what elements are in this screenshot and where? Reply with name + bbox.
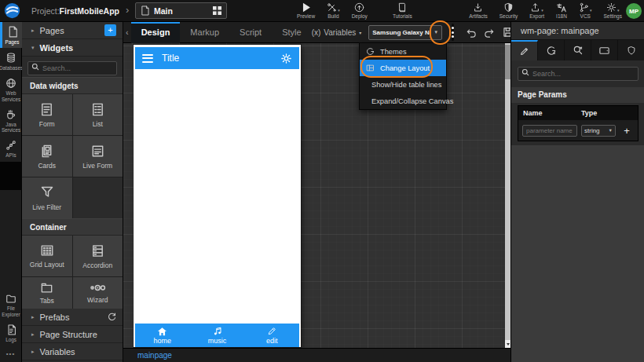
device-selector[interactable]: Samsung Galaxy Note III ▼ — [368, 25, 442, 40]
param-type-select[interactable]: string ▼ — [581, 125, 616, 137]
phone-preview[interactable]: Title home music edit — [134, 45, 301, 347]
editor-area: ‹ Design Markup Script Style (x) Variabl… — [123, 22, 510, 362]
page-params-header: Page Params — [511, 87, 644, 103]
param-row: string ▼ + — [518, 120, 638, 141]
caret-down-icon: ▾ — [541, 9, 543, 13]
widget-tile-cards[interactable]: Cards — [22, 136, 72, 177]
tab-events[interactable] — [565, 40, 591, 60]
artifacts-button[interactable]: Artifacts — [469, 2, 487, 19]
nav-item-home[interactable]: home — [135, 324, 190, 347]
tab-styles[interactable] — [538, 40, 565, 60]
column-type: Type — [580, 109, 619, 117]
select-caret-icon: ▼ — [609, 128, 613, 133]
tab-properties[interactable] — [511, 40, 538, 60]
data-widgets-header: Data widgets — [22, 77, 123, 94]
build-button[interactable]: ▾ Build — [327, 2, 340, 19]
palette-icon — [546, 46, 557, 56]
more-options-icon[interactable]: ••• — [0, 346, 21, 362]
pages-section-header[interactable]: ▸ Pages + — [22, 22, 123, 39]
widget-search — [22, 57, 123, 77]
param-name-input[interactable] — [522, 125, 577, 137]
nav-item-edit[interactable]: edit — [244, 324, 299, 347]
table-header-row: Name Type — [518, 106, 638, 120]
widget-tile-form[interactable]: Form — [22, 94, 72, 135]
widget-tile-wizard[interactable]: Wizard — [73, 277, 123, 309]
properties-tabs — [511, 40, 644, 60]
search-icon — [521, 68, 529, 76]
canvas-options-menu: Themes Change Layout Show/Hide table lin… — [359, 42, 447, 110]
menu-item-expand-canvas[interactable]: Expand/Collapse Canvas — [360, 93, 446, 109]
sidebar-item-databases[interactable]: Databases — [0, 48, 22, 74]
widget-tile-list[interactable]: List — [73, 94, 123, 135]
refresh-icon[interactable] — [108, 313, 116, 321]
canvas-options-kebab-button[interactable] — [452, 24, 454, 41]
change-layout-icon — [366, 64, 375, 72]
i18n-button[interactable]: I18N — [556, 2, 567, 19]
prefabs-section-header[interactable]: ▸ Prefabs — [22, 309, 123, 326]
widgets-panel: ▸ Pages + ▾ Widgets Data widgets Form Li… — [22, 22, 123, 362]
widgets-section-header[interactable]: ▾ Widgets — [22, 39, 123, 57]
page-icon — [141, 5, 149, 16]
variables-section-header[interactable]: ▸ Variables — [22, 343, 123, 360]
vcs-button[interactable]: ▾ VCS — [579, 2, 592, 19]
history-controls — [465, 27, 514, 38]
add-page-button[interactable]: + — [104, 24, 116, 36]
page-selector[interactable]: Main — [135, 2, 227, 19]
properties-search — [518, 65, 639, 79]
caret-down-icon: ▾ — [338, 9, 340, 13]
sidebar-item-web-services[interactable]: Web Services — [0, 74, 22, 104]
gear-icon[interactable] — [280, 53, 292, 64]
tab-script[interactable]: Script — [229, 22, 272, 43]
properties-search-input[interactable] — [518, 67, 639, 81]
sidebar-item-logs[interactable]: Logs — [0, 320, 22, 346]
widget-tile-live-form[interactable]: Live Form — [73, 136, 123, 177]
phone-bottom-nav-widget[interactable]: home music edit — [135, 324, 299, 347]
export-button[interactable]: ▾ Export — [529, 2, 544, 19]
tab-style[interactable]: Style — [272, 22, 311, 43]
canvas-scrollbar[interactable] — [505, 43, 510, 348]
container-grid: Grid Layout Accordion Tabs Wizard — [22, 236, 123, 309]
tab-markup[interactable]: Markup — [180, 22, 229, 43]
sidebar-item-apis[interactable]: APIs — [0, 136, 22, 161]
security-button[interactable]: Security — [499, 2, 518, 19]
tutorials-button[interactable]: Tutorials — [393, 2, 412, 19]
tab-design[interactable]: Design — [131, 22, 181, 43]
redo-button[interactable] — [484, 27, 496, 38]
scrollbar-down-button[interactable] — [505, 340, 510, 348]
undo-button[interactable] — [465, 27, 477, 38]
add-param-button[interactable]: + — [616, 125, 638, 137]
phone-header-widget[interactable]: Title — [135, 47, 299, 69]
scrollbar-thumb[interactable] — [505, 45, 510, 79]
page-structure-section-header[interactable]: ▸ Page Structure — [22, 326, 123, 343]
hamburger-menu-icon[interactable] — [142, 54, 153, 63]
widget-tile-grid-layout[interactable]: Grid Layout — [22, 236, 72, 276]
page-selector-label: Main — [154, 6, 208, 16]
page-params-table: Name Type string ▼ + — [518, 105, 639, 141]
menu-item-table-lines[interactable]: Show/Hide table lines — [360, 76, 446, 93]
widget-tile-accordion[interactable]: Accordion — [73, 236, 123, 276]
tab-device[interactable] — [591, 40, 618, 60]
page-tabs-bar: mainpage — [123, 348, 510, 362]
grid-view-icon[interactable] — [213, 6, 221, 15]
topbar-left-actions: Preview ▾ Build Deploy — [297, 2, 368, 19]
user-avatar[interactable]: MP — [626, 3, 642, 19]
tab-security-shield[interactable] — [618, 40, 644, 60]
sidebar-item-pages[interactable]: Pages — [0, 22, 22, 48]
collapse-left-panel-button[interactable]: ‹ — [123, 27, 131, 37]
sidebar-item-file-explorer[interactable]: File Explorer — [0, 290, 22, 320]
nav-item-music[interactable]: music — [190, 324, 245, 347]
menu-item-themes[interactable]: Themes — [360, 43, 446, 60]
deploy-button[interactable]: Deploy — [352, 2, 368, 19]
settings-button[interactable]: ▾ Settings — [604, 2, 623, 19]
sidebar-item-java-services[interactable]: Java Services — [0, 105, 22, 136]
widget-search-input[interactable] — [27, 61, 117, 75]
widget-tile-tabs[interactable]: Tabs — [22, 277, 72, 309]
page-tab-mainpage[interactable]: mainpage — [137, 351, 172, 360]
variables-dropdown[interactable]: (x) Variables ▾ — [312, 28, 362, 37]
widget-tile-live-filter[interactable]: Live Filter — [22, 177, 72, 218]
caret-down-icon: ▾ — [359, 30, 361, 35]
preview-button[interactable]: Preview — [297, 2, 315, 19]
home-icon — [157, 327, 167, 336]
top-bar: Project:FirstMobileApp › Main Preview ▾ … — [0, 0, 644, 22]
menu-item-change-layout[interactable]: Change Layout — [360, 60, 446, 76]
